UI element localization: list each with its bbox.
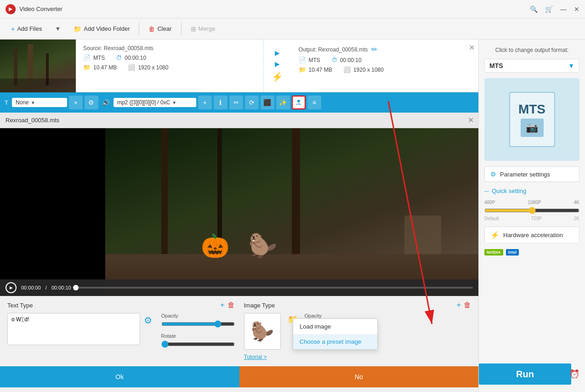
format-icon: 📄 [83, 54, 91, 61]
text-settings-button[interactable]: ⚙ [85, 96, 98, 109]
add-files-button[interactable]: + Add Files [6, 23, 47, 35]
add-video-folder-dropdown[interactable]: ▼ [49, 23, 66, 34]
image-col-header: Image Type + 🗑 [244, 301, 471, 309]
output-file-icon: 📁 [299, 66, 306, 73]
beaver-watermark: 🦫 [249, 233, 277, 259]
rotate-button[interactable]: ⟳ [245, 96, 259, 109]
delete-image-type-button[interactable]: 🗑 [464, 301, 471, 309]
output-clock-icon: ⏱ [331, 57, 337, 63]
minimize-button[interactable]: — [560, 6, 567, 13]
toolbar-separator-2 [181, 23, 182, 35]
info-button[interactable]: ℹ [214, 96, 227, 109]
arrow-right-icon: ▶ [275, 49, 280, 57]
hardware-acceleration-button[interactable]: ⚡ Hardware acceleration [484, 227, 579, 244]
add-image-type-button[interactable]: + [457, 301, 461, 309]
format-selector[interactable]: MTS ▼ [484, 59, 579, 73]
cart-icon[interactable]: 🛒 [545, 6, 553, 13]
quality-slider[interactable] [484, 207, 579, 214]
add-text-type-button[interactable]: + [220, 301, 224, 309]
text-settings-icon[interactable]: ⚙ [144, 315, 152, 326]
subtitle-button[interactable]: ≡ [307, 96, 321, 109]
quality-labels: 480P 1080P 4K [484, 200, 579, 205]
ok-button[interactable]: Ok [0, 366, 239, 387]
time-total: 00:00:10 [51, 285, 71, 290]
quality-slider-section: 480P 1080P 4K Default 720P 2K [484, 200, 579, 221]
cut-button[interactable]: ✂ [229, 96, 243, 109]
rotate-slider[interactable] [161, 341, 235, 348]
output-resolution-item: ⬜ 1920 x 1080 [343, 66, 384, 73]
thumbnail-image [0, 40, 76, 92]
load-image-option[interactable]: Load image [293, 319, 377, 334]
output-format-item: 📄 MTS [299, 57, 320, 63]
format-name: MTS [489, 62, 503, 69]
text-type-column: Text Type + 🗑 o W⌶d! ⚙ Opacity [7, 301, 235, 361]
effects-button[interactable]: ✨ [276, 96, 290, 109]
left-panel: Source: Rexroad_00058.mts 📄 MTS ⏱ 00:00:… [0, 40, 478, 392]
source-meta-row-2: 📁 10.47 MB ⬜ 1920 x 1080 [83, 64, 256, 71]
image-opacity-label: Opacity [305, 313, 471, 318]
close-button[interactable]: ✕ [574, 6, 579, 13]
close-file-button[interactable]: ✕ [469, 43, 475, 52]
source-format-item: 📄 MTS [83, 54, 105, 61]
arrow-column: ▶ ▶ ⚡ [264, 40, 291, 92]
video-window-title: Rexroad_00058.mts [6, 117, 59, 124]
format-icon-graphic: 📷 [521, 119, 544, 137]
text-type-arrow: ▼ [31, 100, 35, 105]
output-meta-row: 📄 MTS ⏱ 00:00:10 [299, 57, 471, 63]
clear-button[interactable]: 🗑 Clear [143, 23, 177, 35]
run-section: Run ⏰ [484, 364, 579, 385]
opacity-slider-wrap [161, 320, 235, 330]
video-window-close-button[interactable]: ✕ [468, 116, 474, 125]
clear-icon: 🗑 [148, 25, 155, 33]
toolbar-separator-1 [139, 23, 139, 35]
text-type-select[interactable]: None ▼ [12, 98, 67, 107]
video-forest [105, 128, 478, 296]
image-col-title: Image Type [244, 302, 275, 309]
merge-icon: ⊞ [191, 25, 196, 33]
add-text-button[interactable]: + [69, 96, 83, 109]
param-settings-icon: ⚙ [490, 170, 496, 178]
crop-button[interactable]: ⬛ [261, 96, 274, 109]
text-label-icon: T [5, 99, 8, 106]
gpu-logos: NVIDIA Intel [484, 249, 579, 256]
add-audio-button[interactable]: + [198, 96, 212, 109]
search-icon[interactable]: 🔍 [530, 6, 538, 13]
audio-arrow: ▼ [172, 100, 176, 105]
opacity-slider[interactable] [161, 320, 235, 328]
delete-text-type-button[interactable]: 🗑 [227, 301, 235, 309]
audio-select[interactable]: mp2 ([3][0][0][0] / 0xC ▼ [114, 98, 196, 107]
time-separator: / [45, 285, 47, 290]
text-col-actions: + 🗑 [220, 301, 234, 309]
quality-sub-labels: Default 720P 2K [484, 216, 579, 221]
add-video-folder-button[interactable]: 📁 Add Video Folder [68, 23, 135, 35]
video-black-left [0, 128, 105, 296]
source-meta-row: 📄 MTS ⏱ 00:00:10 [83, 54, 256, 61]
alarm-icon[interactable]: ⏰ [569, 369, 579, 379]
edit-output-icon[interactable]: ✏ [371, 45, 377, 54]
format-preview-icon: MTS 📷 [509, 92, 555, 147]
choose-preset-option[interactable]: Choose a preset image [293, 334, 377, 349]
bottom-panel: Text Type + 🗑 o W⌶d! ⚙ Opacity [0, 296, 478, 392]
no-button[interactable]: No [239, 366, 479, 387]
run-button[interactable]: Run [479, 364, 571, 385]
parameter-settings-button[interactable]: ⚙ Parameter settings [484, 166, 579, 182]
output-size-item: 📁 10.47 MB [299, 66, 332, 73]
output-label: Output: Rexroad_00058.mts [299, 46, 368, 53]
progress-bar[interactable] [76, 287, 473, 289]
tutorial-link[interactable]: Tutorial > [244, 354, 267, 360]
file-info-left: Source: Rexroad_00058.mts 📄 MTS ⏱ 00:00:… [76, 40, 264, 92]
dialog-footer: Ok No [0, 366, 478, 387]
merge-button[interactable]: ⊞ Merge [185, 23, 221, 35]
file-icon: 📁 [83, 64, 91, 71]
audio-icon: 🔊 [102, 99, 110, 106]
play-button[interactable]: ▶ [6, 282, 17, 293]
text-input[interactable]: o W⌶d! [7, 313, 140, 345]
window-controls: 🔍 🛒 — ✕ [530, 6, 579, 13]
arrow-right-icon-2: ▶ [275, 60, 280, 68]
output-duration-item: ⏱ 00:00:10 [331, 57, 362, 63]
watermark-button[interactable] [292, 96, 306, 109]
right-panel: Click to change output format: MTS ▼ MTS… [478, 40, 585, 392]
source-label: Source: Rexroad_00058.mts [83, 45, 256, 51]
pumpkin-watermark: 🎃 [201, 233, 229, 259]
nvidia-logo: NVIDIA [484, 249, 503, 256]
